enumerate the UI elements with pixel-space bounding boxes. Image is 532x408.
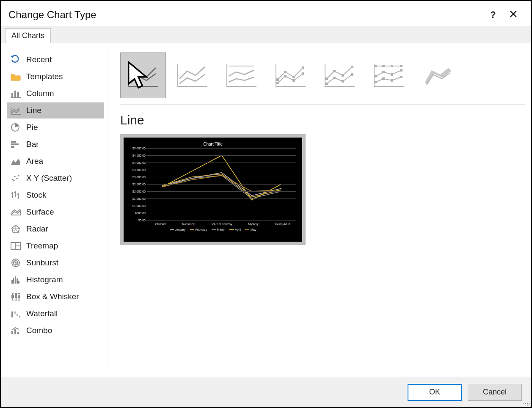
- sidebar-item-column[interactable]: Column: [7, 85, 104, 102]
- sidebar-item-line[interactable]: Line: [7, 102, 104, 119]
- sidebar-item-combo[interactable]: Combo: [7, 323, 104, 339]
- svg-rect-53: [382, 71, 385, 73]
- sidebar-item-stock[interactable]: Stock: [7, 187, 104, 203]
- svg-rect-40: [325, 77, 328, 80]
- stock-icon: [9, 190, 22, 201]
- svg-rect-41: [333, 70, 336, 72]
- svg-rect-57: [382, 77, 385, 80]
- sidebar-item-label: Line: [26, 106, 41, 115]
- sidebar-item-treemap[interactable]: Treemap: [7, 238, 104, 254]
- svg-rect-59: [400, 76, 402, 78]
- sidebar-item-area[interactable]: Area: [7, 153, 104, 169]
- subtype-line[interactable]: [120, 52, 166, 98]
- subtype-row: [120, 52, 525, 105]
- subtype-3d-line[interactable]: [415, 52, 460, 98]
- tab-all-charts[interactable]: All Charts: [5, 28, 51, 43]
- chart-ytick: $0.00: [127, 219, 146, 222]
- chart-ytick: $1,500.00: [127, 197, 146, 200]
- ok-button[interactable]: OK: [408, 384, 462, 401]
- surface-icon: [9, 207, 22, 218]
- sidebar-item-sunburst[interactable]: Sunburst: [7, 255, 104, 271]
- resize-grip[interactable]: [524, 400, 529, 405]
- chart-ytick: $500.00: [127, 212, 146, 215]
- sidebar-item-templates[interactable]: Templates: [7, 69, 104, 85]
- chart-ytick: $2,000.00: [127, 190, 146, 193]
- subtype-line-markers[interactable]: [267, 52, 313, 98]
- svg-rect-12: [11, 243, 15, 249]
- svg-rect-50: [391, 65, 393, 67]
- svg-rect-0: [11, 93, 13, 97]
- sidebar: RecentTemplatesColumnLinePieBarAreaX Y (…: [7, 47, 108, 372]
- svg-rect-49: [382, 65, 385, 67]
- sunburst-icon: [9, 257, 22, 268]
- sidebar-item-surface[interactable]: Surface: [7, 204, 104, 220]
- legend-item: March: [212, 228, 225, 231]
- svg-rect-44: [325, 83, 328, 85]
- svg-rect-48: [375, 65, 377, 67]
- sidebar-item-label: Area: [26, 157, 43, 166]
- sidebar-item-waterfall[interactable]: Waterfall: [7, 306, 104, 322]
- sidebar-item-recent[interactable]: Recent: [7, 52, 104, 68]
- svg-rect-19: [15, 276, 16, 284]
- sidebar-item-histogram[interactable]: Histogram: [7, 272, 104, 288]
- titlebar: Change Chart Type ?: [1, 1, 531, 26]
- sidebar-item-scatter[interactable]: X Y (Scatter): [7, 170, 104, 186]
- chart-xtick: Sci-Fi & Fantasy: [211, 223, 232, 226]
- column-icon: [9, 88, 22, 99]
- svg-point-7: [12, 179, 14, 180]
- close-button[interactable]: [503, 6, 524, 23]
- svg-rect-58: [391, 79, 393, 82]
- svg-rect-39: [302, 72, 304, 75]
- svg-rect-20: [17, 278, 18, 284]
- scatter-icon: [9, 173, 22, 184]
- chart-ytick: $2,500.00: [127, 183, 146, 186]
- svg-rect-43: [351, 66, 353, 68]
- svg-rect-17: [11, 280, 13, 284]
- svg-rect-37: [284, 75, 287, 77]
- legend-item: April: [229, 228, 241, 231]
- subtype-percent-stacked[interactable]: [218, 52, 264, 98]
- sidebar-item-label: Templates: [26, 72, 63, 81]
- svg-rect-51: [400, 65, 402, 67]
- svg-rect-45: [333, 77, 336, 79]
- subtype-stacked-markers[interactable]: [317, 52, 362, 98]
- sidebar-item-label: Histogram: [26, 275, 63, 284]
- svg-rect-2: [17, 92, 19, 97]
- svg-rect-56: [375, 81, 377, 83]
- chart-preview[interactable]: Chart Title $0.00$500.00$1,000.00$1,500.…: [120, 134, 306, 245]
- line-icon: [9, 105, 22, 116]
- cancel-button[interactable]: Cancel: [468, 384, 522, 401]
- svg-rect-42: [342, 74, 344, 77]
- sidebar-item-label: Recent: [26, 55, 52, 64]
- chart-preview-title: Chart Title: [128, 142, 298, 146]
- sidebar-item-boxwhisker[interactable]: Box & Whisker: [7, 289, 104, 305]
- close-icon: [510, 9, 517, 20]
- svg-point-10: [18, 175, 19, 176]
- legend-item: February: [190, 228, 207, 231]
- sidebar-item-label: Column: [26, 89, 54, 98]
- svg-rect-4: [11, 141, 16, 143]
- sidebar-item-label: Bar: [26, 140, 39, 149]
- cancel-button-label: Cancel: [483, 388, 507, 397]
- sidebar-item-label: Radar: [26, 224, 48, 234]
- folder-icon: [9, 71, 22, 82]
- sidebar-item-radar[interactable]: Radar: [7, 221, 104, 237]
- subtype-stacked-line[interactable]: [169, 52, 215, 98]
- waterfall-icon: [9, 308, 22, 319]
- sidebar-item-label: Combo: [26, 326, 52, 335]
- svg-rect-27: [17, 314, 18, 316]
- sidebar-item-label: Sunburst: [26, 258, 58, 267]
- svg-point-11: [13, 180, 15, 182]
- help-button[interactable]: ?: [483, 6, 503, 23]
- subtype-percent-markers[interactable]: [366, 52, 411, 98]
- sidebar-item-pie[interactable]: Pie: [7, 119, 104, 135]
- svg-rect-36: [276, 82, 279, 84]
- svg-rect-55: [400, 69, 402, 72]
- sidebar-item-label: Treemap: [26, 241, 58, 251]
- chart-ytick: $1,000.00: [127, 204, 146, 207]
- sidebar-item-bar[interactable]: Bar: [7, 136, 104, 152]
- histogram-icon: [9, 274, 22, 285]
- chart-legend: JanuaryFebruaryMarchAprilMay: [128, 228, 298, 231]
- svg-rect-33: [284, 71, 287, 73]
- chart-xtick: Classics: [155, 223, 166, 226]
